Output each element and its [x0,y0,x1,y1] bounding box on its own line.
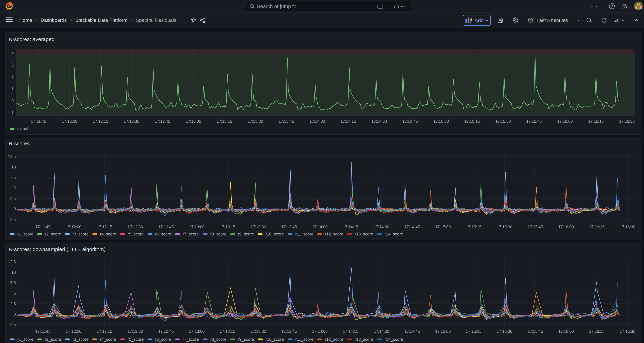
svg-text:17:16:30: 17:16:30 [620,225,635,229]
svg-text:12.5: 12.5 [8,260,16,264]
svg-text:17:12:00: 17:12:00 [62,119,77,124]
svg-text:2: 2 [12,75,14,79]
svg-text:2.5: 2.5 [10,302,16,306]
svg-text:17:12:15: 17:12:15 [93,119,108,124]
svg-text:17:16:00: 17:16:00 [558,329,574,334]
svg-text:17:11:45: 17:11:45 [35,225,50,229]
svg-text:7.5: 7.5 [10,175,16,180]
svg-text:17:14:00: 17:14:00 [312,225,328,229]
svg-text:17:15:45: 17:15:45 [526,119,542,124]
svg-text:1: 1 [12,87,14,91]
svg-text:17:11:45: 17:11:45 [35,329,50,334]
svg-text:17:15:30: 17:15:30 [497,225,512,229]
svg-text:0: 0 [14,207,16,211]
svg-text:17:14:30: 17:14:30 [374,329,389,334]
svg-text:17:15:45: 17:15:45 [528,329,543,334]
svg-text:17:14:15: 17:14:15 [343,225,358,229]
svg-text:17:14:15: 17:14:15 [340,119,356,124]
svg-text:17:13:45: 17:13:45 [281,329,297,334]
svg-text:17:13:15: 17:13:15 [220,329,236,334]
svg-text:17:16:15: 17:16:15 [589,225,604,229]
svg-text:17:12:15: 17:12:15 [97,329,112,334]
svg-text:17:12:45: 17:12:45 [155,119,170,124]
svg-text:17:15:15: 17:15:15 [466,225,482,229]
svg-text:17:12:30: 17:12:30 [128,225,143,229]
svg-text:17:14:30: 17:14:30 [372,119,387,124]
svg-text:2.5: 2.5 [10,196,16,201]
svg-text:-1: -1 [10,111,14,115]
svg-text:17:16:30: 17:16:30 [620,329,635,334]
svg-text:7.5: 7.5 [10,281,16,285]
svg-text:0: 0 [14,312,16,316]
svg-text:17:15:15: 17:15:15 [466,329,482,334]
svg-text:-2.5: -2.5 [9,217,16,222]
svg-text:3: 3 [12,63,14,67]
svg-text:17:14:00: 17:14:00 [312,329,328,334]
svg-text:17:14:45: 17:14:45 [404,329,420,334]
svg-text:17:13:15: 17:13:15 [216,119,232,124]
svg-text:17:12:45: 17:12:45 [158,225,174,229]
svg-text:17:16:00: 17:16:00 [557,119,573,124]
svg-text:17:14:45: 17:14:45 [404,225,420,229]
svg-text:17:14:15: 17:14:15 [343,329,358,334]
svg-text:17:16:15: 17:16:15 [589,329,604,334]
svg-text:17:14:45: 17:14:45 [402,119,418,124]
svg-text:17:13:30: 17:13:30 [251,225,266,229]
svg-text:5: 5 [14,291,16,295]
svg-text:17:12:00: 17:12:00 [66,329,82,334]
svg-text:17:15:00: 17:15:00 [435,225,451,229]
svg-text:17:13:00: 17:13:00 [189,225,205,229]
svg-text:17:15:45: 17:15:45 [528,225,543,229]
svg-text:17:13:00: 17:13:00 [189,329,205,334]
svg-text:17:16:30: 17:16:30 [619,119,635,124]
svg-text:10: 10 [11,165,16,169]
svg-text:17:12:45: 17:12:45 [158,329,174,334]
svg-text:17:13:15: 17:13:15 [220,225,236,229]
svg-text:4: 4 [12,51,14,55]
svg-text:17:13:30: 17:13:30 [248,119,263,124]
svg-text:17:15:30: 17:15:30 [497,329,512,334]
svg-text:10: 10 [11,270,16,275]
svg-text:17:12:30: 17:12:30 [124,119,139,124]
svg-text:17:14:30: 17:14:30 [374,225,389,229]
svg-text:-2.5: -2.5 [9,322,16,327]
svg-text:0: 0 [12,99,14,103]
svg-text:17:13:30: 17:13:30 [251,329,266,334]
svg-text:17:15:30: 17:15:30 [495,119,511,124]
svg-text:17:12:30: 17:12:30 [128,329,143,334]
svg-text:17:13:45: 17:13:45 [281,225,297,229]
svg-text:17:13:00: 17:13:00 [186,119,201,124]
svg-text:17:15:00: 17:15:00 [435,329,451,334]
svg-text:17:15:00: 17:15:00 [433,119,449,124]
svg-text:17:14:00: 17:14:00 [310,119,325,124]
svg-text:12.5: 12.5 [8,154,16,159]
svg-text:5: 5 [14,186,16,190]
svg-text:17:12:00: 17:12:00 [66,225,82,229]
svg-text:17:15:15: 17:15:15 [464,119,480,124]
svg-text:17:11:45: 17:11:45 [31,119,46,124]
svg-text:17:13:45: 17:13:45 [278,119,294,124]
svg-text:17:16:15: 17:16:15 [588,119,604,124]
svg-text:17:12:15: 17:12:15 [97,225,112,229]
svg-text:17:16:00: 17:16:00 [558,225,574,229]
